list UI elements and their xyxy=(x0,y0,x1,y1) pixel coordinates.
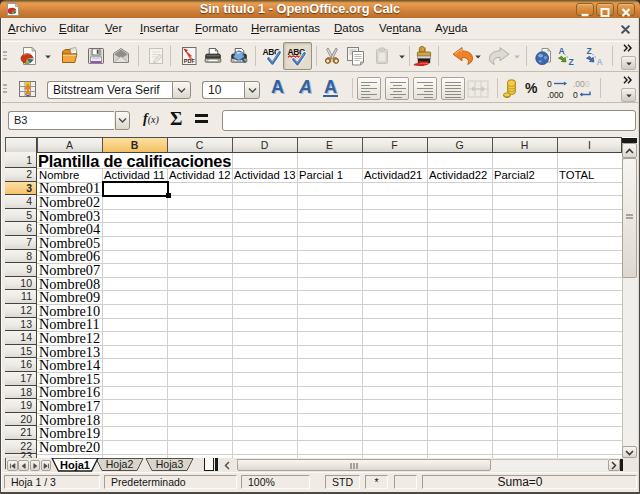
svg-text:Z: Z xyxy=(587,46,592,56)
svg-text:A: A xyxy=(597,57,603,67)
svg-text:Hoja1: Hoja1 xyxy=(60,459,90,471)
svg-text:PDF: PDF xyxy=(184,58,196,64)
svg-text:0: 0 xyxy=(547,79,552,89)
svg-text:Z: Z xyxy=(569,57,574,67)
svg-text:.000: .000 xyxy=(547,90,564,100)
svg-text:0: 0 xyxy=(573,90,578,100)
svg-text:A: A xyxy=(559,46,565,56)
svg-text:0: 0 xyxy=(585,79,590,89)
svg-text:.00: .00 xyxy=(573,79,585,89)
svg-text:Hoja3: Hoja3 xyxy=(156,458,184,470)
svg-text:Hoja2: Hoja2 xyxy=(106,458,134,470)
